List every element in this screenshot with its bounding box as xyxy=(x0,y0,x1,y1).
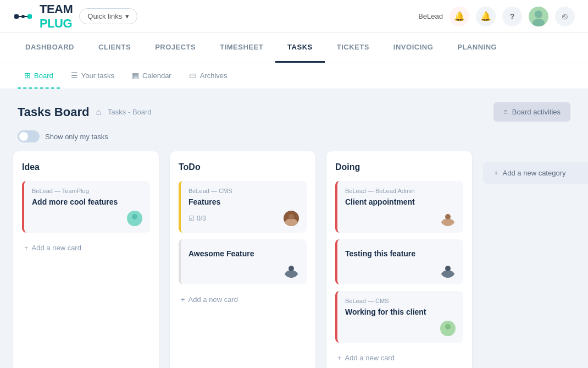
svg-point-16 xyxy=(440,328,456,336)
svg-point-4 xyxy=(535,10,542,18)
add-category-column: + Add a new category xyxy=(483,151,588,368)
activities-icon: ≡ xyxy=(503,108,508,116)
tab-planning[interactable]: PLANNING xyxy=(445,33,509,63)
plus-icon: + xyxy=(337,354,342,362)
svg-point-7 xyxy=(132,214,137,219)
tab-tasks[interactable]: TASKS xyxy=(275,33,325,63)
subtab-archives[interactable]: 🗃 Archives xyxy=(182,63,234,89)
card-footer xyxy=(345,262,456,278)
card-title: Working for this client xyxy=(345,307,456,316)
subtab-calendar[interactable]: ▦ Calendar xyxy=(125,63,178,89)
sub-tab-bar: ⊞ Board ☰ Your tasks ▦ Calendar 🗃 Archiv… xyxy=(0,63,588,89)
card-footer xyxy=(345,211,456,226)
logo-icon xyxy=(13,7,33,26)
column-idea: Idea BeLead — TeamPlug Add more cool fea… xyxy=(13,151,159,368)
card-meta: BeLead — TeamPlug xyxy=(32,188,142,194)
add-category-label: Add a new category xyxy=(503,169,566,177)
bell-icon[interactable]: 🔔 xyxy=(476,7,496,26)
notification-icon[interactable]: 🔔 xyxy=(450,7,469,26)
logout-icon[interactable]: ⎋ xyxy=(555,7,575,26)
tab-invoicing[interactable]: INVOICING xyxy=(381,33,445,63)
tab-projects[interactable]: PROJECTS xyxy=(143,33,208,63)
tab-timesheet[interactable]: TIMESHEET xyxy=(208,33,275,63)
add-category-button[interactable]: + Add a new category xyxy=(483,162,588,184)
breadcrumb-text: Tasks - Board xyxy=(108,108,151,116)
card-footer xyxy=(188,262,299,278)
column-doing: Doing BeLead — BeLead Admin Client appoi… xyxy=(326,151,472,368)
subtab-board[interactable]: ⊞ Board xyxy=(18,63,60,89)
logo-text: TEAM PLUG xyxy=(40,2,73,31)
add-card-button-todo[interactable]: + Add a new card xyxy=(179,291,307,308)
page-title-area: Tasks Board ⌂ Tasks - Board xyxy=(18,105,152,119)
calendar-icon: ▦ xyxy=(132,71,139,80)
card-title: Client appointment xyxy=(345,197,456,206)
add-card-label: Add a new card xyxy=(188,295,238,304)
page-title: Tasks Board xyxy=(18,105,89,119)
checkbox-icon: ☑ xyxy=(188,215,195,222)
add-card-button-idea[interactable]: + Add a new card xyxy=(22,239,150,256)
svg-point-11 xyxy=(289,266,294,271)
svg-point-10 xyxy=(284,270,299,278)
quick-links-button[interactable]: Quick links ▾ xyxy=(79,8,137,24)
user-avatar[interactable] xyxy=(529,7,548,26)
card-meta: BeLead — CMS xyxy=(345,298,456,304)
tab-tickets[interactable]: TICKETS xyxy=(325,33,381,63)
column-title-doing: Doing xyxy=(335,162,463,172)
quick-links-label: Quick links xyxy=(87,12,122,20)
card-testing-feature[interactable]: Testing this feature xyxy=(335,239,463,284)
column-title-idea: Idea xyxy=(22,162,150,172)
tab-clients[interactable]: CLIENTS xyxy=(86,33,143,63)
svg-point-3 xyxy=(21,15,25,18)
column-todo: ToDo BeLead — CMS Features ☑ 0/3 xyxy=(170,151,315,368)
card-meta: BeLead — BeLead Admin xyxy=(345,188,456,194)
card-avatar xyxy=(127,211,142,226)
card-title: Testing this feature xyxy=(345,249,456,258)
card-meta: BeLead — CMS xyxy=(188,188,299,194)
plus-icon: + xyxy=(494,169,498,177)
card-features[interactable]: BeLead — CMS Features ☑ 0/3 xyxy=(179,181,307,233)
top-navigation: TEAM PLUG Quick links ▾ BeLead 🔔 🔔 ? ⎋ xyxy=(0,0,588,33)
tab-dashboard[interactable]: DASHBOARD xyxy=(13,33,86,63)
board-activities-label: Board activities xyxy=(512,108,561,116)
svg-point-8 xyxy=(284,218,299,226)
card-client-appointment[interactable]: BeLead — BeLead Admin Client appointment xyxy=(335,181,463,233)
card-checkbox: ☑ 0/3 xyxy=(188,215,206,222)
main-tab-bar: DASHBOARD CLIENTS PROJECTS TIMESHEET TAS… xyxy=(0,33,588,63)
add-card-button-doing[interactable]: + Add a new card xyxy=(335,349,463,366)
show-my-tasks-toggle[interactable] xyxy=(18,130,40,142)
toggle-label: Show only my tasks xyxy=(45,133,108,141)
svg-point-17 xyxy=(445,324,451,329)
home-icon[interactable]: ⌂ xyxy=(96,107,101,117)
chevron-down-icon: ▾ xyxy=(125,12,129,20)
svg-point-12 xyxy=(440,218,456,226)
plus-icon: + xyxy=(181,295,185,304)
board-area: Idea BeLead — TeamPlug Add more cool fea… xyxy=(0,151,588,368)
card-title: Features xyxy=(188,197,299,206)
svg-point-6 xyxy=(127,218,142,226)
checkbox-count: 0/3 xyxy=(197,215,206,222)
card-avatar xyxy=(284,211,299,226)
page-header: Tasks Board ⌂ Tasks - Board ≡ Board acti… xyxy=(0,89,588,130)
plus-icon: + xyxy=(24,244,29,252)
card-footer xyxy=(32,211,142,226)
svg-rect-1 xyxy=(27,14,32,19)
help-icon[interactable]: ? xyxy=(502,7,522,26)
svg-point-14 xyxy=(440,270,456,278)
card-awesome-feature[interactable]: Awesome Feature xyxy=(179,239,307,284)
svg-point-5 xyxy=(532,19,545,26)
card-avatar xyxy=(440,321,456,336)
add-card-label: Add a new card xyxy=(32,244,81,252)
svg-point-15 xyxy=(445,266,451,271)
board-grid-icon: ⊞ xyxy=(24,71,31,80)
card-footer: ☑ 0/3 xyxy=(188,211,299,226)
board-activities-button[interactable]: ≡ Board activities xyxy=(493,102,570,122)
card-working-for-client[interactable]: BeLead — CMS Working for this client xyxy=(335,291,463,343)
svg-rect-0 xyxy=(14,14,19,19)
subtab-your-tasks[interactable]: ☰ Your tasks xyxy=(64,63,121,89)
nav-username: BeLead xyxy=(418,12,443,20)
card-add-cool-features[interactable]: BeLead — TeamPlug Add more cool features xyxy=(22,181,150,233)
card-avatar xyxy=(440,262,456,278)
card-title: Awesome Feature xyxy=(188,249,299,258)
card-footer xyxy=(345,321,456,336)
card-title: Add more cool features xyxy=(32,197,142,206)
